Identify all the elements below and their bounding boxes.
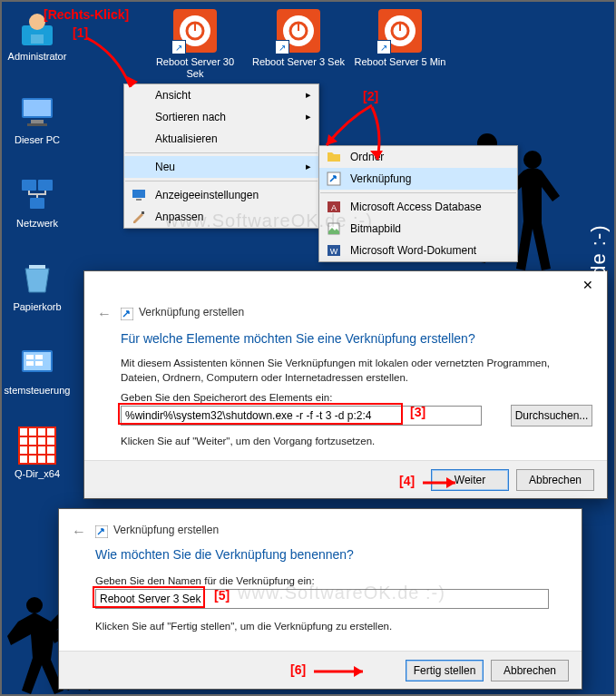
shortcut-label: Reboot Server 5 Min xyxy=(353,55,448,69)
next-button[interactable]: Weiter xyxy=(431,469,509,491)
svg-rect-14 xyxy=(29,265,45,269)
access-icon: A xyxy=(327,200,341,214)
shortcut-wizard-icon xyxy=(121,308,133,320)
browse-button[interactable]: Durchsuchen... xyxy=(511,405,592,426)
svg-point-1 xyxy=(523,151,542,169)
icon-label: Dieser PC xyxy=(13,133,62,147)
svg-rect-36 xyxy=(121,308,133,320)
field-label: Geben Sie den Namen für die Verknüpfung … xyxy=(95,574,560,589)
menu-item-refresh[interactable]: Aktualisieren xyxy=(124,128,318,150)
svg-rect-20 xyxy=(35,361,43,366)
shortcut-label: Reboot Server 30 Sek xyxy=(145,55,245,80)
icon-label: Papierkorb xyxy=(11,300,63,314)
icon-label: Q-Dir_x64 xyxy=(13,467,62,481)
recycle-bin-icon xyxy=(18,260,56,298)
svg-text:W: W xyxy=(330,247,338,256)
shortcut-overlay-icon: ↗ xyxy=(275,40,289,54)
network-icon xyxy=(18,176,56,214)
svg-rect-27 xyxy=(132,190,145,198)
annotation-1: [1] xyxy=(73,25,88,40)
menu-label: Microsoft Word-Dokument xyxy=(350,244,476,257)
icon-label: stemsteuerung xyxy=(3,384,73,397)
dialog-header-small: Verknüpfung erstellen xyxy=(113,524,219,536)
power-icon: ↗ xyxy=(173,9,217,53)
menu-item-view[interactable]: Ansicht xyxy=(124,84,318,106)
submenu-item-shortcut[interactable]: Verknüpfung xyxy=(319,168,517,190)
svg-rect-11 xyxy=(22,180,36,191)
folder-icon xyxy=(327,150,341,164)
svg-rect-6 xyxy=(31,34,44,44)
desktop-context-menu: Ansicht Sortieren nach Aktualisieren Neu… xyxy=(123,83,319,229)
create-shortcut-dialog-2: ← Verknüpfung erstellen Wie möchten Sie … xyxy=(58,508,582,690)
shortcut-reboot-3sek[interactable]: ↗ Reboot Server 3 Sek xyxy=(249,9,348,69)
cancel-button[interactable]: Abbrechen xyxy=(491,660,569,681)
desktop-icon-recycle-bin[interactable]: Papierkorb xyxy=(2,260,73,314)
shortcut-reboot-30sek[interactable]: ↗ Reboot Server 30 Sek xyxy=(145,9,245,80)
personalize-icon xyxy=(132,210,146,224)
svg-point-2 xyxy=(26,597,43,613)
back-button[interactable]: ← xyxy=(72,524,86,540)
menu-label: Ordner xyxy=(350,151,384,163)
dialog-hint: Klicken Sie auf "Weiter", um den Vorgang… xyxy=(121,435,585,449)
dialog-description: Mit diesem Assistenten können Sie Verknü… xyxy=(121,357,585,385)
menu-item-personalize[interactable]: Anpassen xyxy=(124,206,318,228)
power-icon: ↗ xyxy=(378,9,422,53)
svg-rect-12 xyxy=(38,180,53,191)
desktop-icon-control-panel[interactable]: stemsteuerung xyxy=(2,343,73,397)
dialog-header-small: Verknüpfung erstellen xyxy=(139,306,244,319)
svg-rect-26 xyxy=(399,22,401,31)
svg-rect-13 xyxy=(30,198,44,209)
dialog-hint: Klicken Sie auf "Fertig stellen", um die… xyxy=(95,620,560,634)
name-input[interactable] xyxy=(95,589,549,609)
svg-rect-18 xyxy=(35,355,43,359)
menu-item-new[interactable]: Neu xyxy=(124,156,318,178)
submenu-item-bitmap[interactable]: Bitmapbild xyxy=(319,218,517,240)
shortcut-overlay-icon: ↗ xyxy=(171,40,186,54)
shortcut-icon xyxy=(327,172,341,186)
svg-rect-28 xyxy=(136,199,142,201)
svg-rect-22 xyxy=(194,22,196,31)
desktop-icon-qdir[interactable]: Q-Dir_x64 xyxy=(2,426,73,481)
menu-label: Ansicht xyxy=(155,89,191,102)
bitmap-icon xyxy=(327,221,341,236)
desktop-icon-this-pc[interactable]: Dieser PC xyxy=(2,93,73,147)
finish-button[interactable]: Fertig stellen xyxy=(406,660,484,681)
submenu-item-access[interactable]: A Microsoft Access Database xyxy=(319,196,517,218)
display-settings-icon xyxy=(132,188,146,202)
svg-rect-8 xyxy=(24,100,51,116)
menu-label: Anzeigeeinstellungen xyxy=(155,189,259,201)
svg-rect-37 xyxy=(95,525,108,538)
control-panel-icon xyxy=(18,343,56,381)
back-button[interactable]: ← xyxy=(97,306,112,322)
menu-label: Bitmapbild xyxy=(350,222,401,235)
svg-rect-29 xyxy=(142,211,144,214)
shortcut-reboot-5min[interactable]: ↗ Reboot Server 5 Min xyxy=(350,9,450,69)
dialog-button-bar: Fertig stellen Abbrechen xyxy=(59,651,582,689)
field-label: Geben Sie den Speicherort des Elements e… xyxy=(121,391,585,406)
location-input[interactable] xyxy=(121,406,482,426)
annotation-2: [2] xyxy=(363,89,378,103)
svg-text:A: A xyxy=(331,203,337,212)
menu-label: Neu xyxy=(155,161,175,173)
svg-rect-17 xyxy=(26,355,34,359)
new-submenu: Ordner Verknüpfung A Microsoft Access Da… xyxy=(318,145,518,262)
svg-rect-24 xyxy=(298,22,299,31)
user-icon xyxy=(18,9,56,47)
submenu-item-folder[interactable]: Ordner xyxy=(319,146,517,168)
menu-item-sort[interactable]: Sortieren nach xyxy=(124,106,318,128)
menu-item-display-settings[interactable]: Anzeigeeinstellungen xyxy=(124,184,318,206)
desktop-icon-administrator[interactable]: Administrator xyxy=(2,9,73,64)
create-shortcut-dialog-1: ✕ ← Verknüpfung erstellen Für welche Ele… xyxy=(83,270,608,499)
menu-label: Sortieren nach xyxy=(155,111,226,123)
desktop-icon-network[interactable]: Netzwerk xyxy=(2,176,73,230)
shortcut-overlay-icon: ↗ xyxy=(376,40,391,54)
cancel-button[interactable]: Abbrechen xyxy=(516,469,594,491)
submenu-item-word[interactable]: W Microsoft Word-Dokument xyxy=(319,240,517,261)
menu-label: Verknüpfung xyxy=(350,172,411,185)
svg-rect-19 xyxy=(26,361,34,366)
shortcut-label: Reboot Server 3 Sek xyxy=(250,55,347,69)
svg-point-5 xyxy=(29,14,45,30)
close-button[interactable]: ✕ xyxy=(574,275,601,295)
menu-label: Anpassen xyxy=(155,211,203,223)
word-icon: W xyxy=(327,243,341,258)
